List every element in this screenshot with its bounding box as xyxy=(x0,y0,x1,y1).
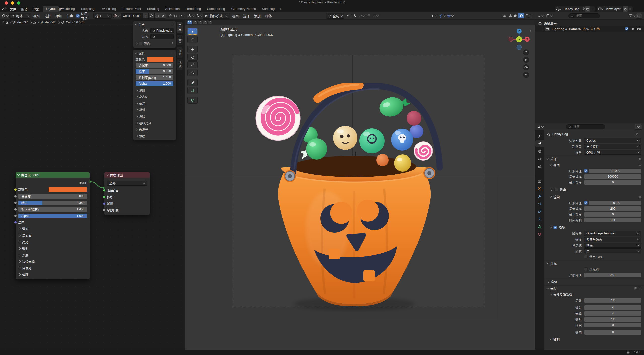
section-diffuse[interactable]: 漫射 xyxy=(18,226,87,231)
properties-editor-type[interactable] xyxy=(535,125,544,129)
orientation-dropdown[interactable]: 全局 xyxy=(326,13,344,19)
use-nodes-toggle[interactable]: 使用节点 xyxy=(76,12,89,21)
editor-type-selector[interactable] xyxy=(0,14,9,18)
denoise-panel-header[interactable]: 降噪 xyxy=(544,225,644,230)
menu-edit[interactable]: 编辑 xyxy=(19,7,30,11)
clamping-header[interactable]: 钳制 xyxy=(544,336,644,342)
socket-volume[interactable] xyxy=(103,195,106,198)
scene-collection-label[interactable]: 场景集合 xyxy=(544,21,557,26)
breadcrumb-mesh[interactable]: Cylinder.042 xyxy=(38,21,56,24)
denoise-quality-dropdown[interactable]: 高 xyxy=(584,248,641,253)
rn-max-samples-slider[interactable]: 200 xyxy=(584,206,641,211)
socket-surface[interactable] xyxy=(103,189,106,192)
outliner-search-input[interactable] xyxy=(575,14,596,18)
sampling-render-header[interactable]: 渲染 xyxy=(544,194,644,200)
rn-time-limit-slider[interactable]: 0 s xyxy=(584,218,641,223)
denoiser-dropdown[interactable]: OpenImageDenoise xyxy=(584,231,641,236)
light-paths-panel-header[interactable]: 光程 xyxy=(544,285,644,291)
node-name-field[interactable]: Principled... xyxy=(150,28,174,33)
collection-name[interactable]: Lighting & Camera xyxy=(552,27,581,31)
new-collection-button[interactable] xyxy=(636,13,642,19)
collapse-icon[interactable] xyxy=(136,42,138,45)
denoise-checkbox[interactable] xyxy=(553,226,557,229)
outliner-filter-dropdown[interactable] xyxy=(545,14,553,18)
node-label-field[interactable] xyxy=(150,34,174,39)
gizmos-dropdown[interactable] xyxy=(439,14,445,18)
tab-modifiers[interactable] xyxy=(535,193,544,200)
tool-scale[interactable] xyxy=(187,61,198,68)
fake-user-button[interactable] xyxy=(148,13,154,19)
section-transmission[interactable]: 透射 xyxy=(135,107,174,112)
menu-render[interactable]: 渲染 xyxy=(30,7,42,11)
vp-noise-threshold-slider[interactable]: 0.1000 xyxy=(589,168,641,173)
preset-list-icon[interactable] xyxy=(634,287,637,290)
delete-scene-button[interactable] xyxy=(590,6,595,12)
use-nodes-checkbox[interactable] xyxy=(76,14,80,18)
scene-name[interactable]: Candy Bag xyxy=(562,7,581,11)
tool-add-cube[interactable] xyxy=(187,97,198,104)
viewport-3d[interactable]: 物体模式 视图 选择 添加 物体 全局 xyxy=(185,12,535,350)
node-snap-dropdown[interactable] xyxy=(179,14,185,18)
browse-material-dropdown[interactable] xyxy=(113,14,120,18)
shading-wireframe-icon[interactable] xyxy=(509,14,512,18)
section-sheen[interactable]: 边缘光泽 xyxy=(18,259,87,264)
node-header[interactable]: 原理化 BSDF xyxy=(16,172,90,178)
tab-object-data[interactable] xyxy=(535,223,544,230)
tab-sculpting[interactable]: Sculpting xyxy=(78,6,97,12)
tab-material[interactable] xyxy=(535,231,544,238)
collapse-icon[interactable] xyxy=(106,173,109,176)
output-target-dropdown[interactable]: 全部 xyxy=(107,181,147,186)
context-name[interactable]: Candy Bag xyxy=(552,132,568,136)
tool-transform[interactable] xyxy=(187,69,198,76)
alpha-slider[interactable]: Alpha 1.000 xyxy=(18,213,87,218)
roughness-slider[interactable]: 糙度 0.350 xyxy=(18,200,87,205)
max-bounces-header[interactable]: 最多反弹次数 xyxy=(544,292,644,297)
preset-list-icon[interactable] xyxy=(638,163,641,167)
tab-uv-editing[interactable]: UV Editing xyxy=(97,6,119,12)
vp-noise-threshold-checkbox[interactable] xyxy=(584,169,588,173)
bounces-total-slider[interactable]: 12 xyxy=(584,298,641,303)
tab-output[interactable] xyxy=(535,148,544,154)
view-layer-name[interactable]: ViewLayer xyxy=(604,7,622,11)
tab-compositing[interactable]: Compositing xyxy=(204,6,228,12)
sidebar-tab-options[interactable]: 选项 xyxy=(177,59,183,70)
vp-menu-add[interactable]: 添加 xyxy=(252,13,263,18)
disable-render-icon[interactable] xyxy=(637,27,641,31)
editor-type-selector[interactable] xyxy=(185,14,195,18)
tab-constraints[interactable] xyxy=(535,216,544,222)
metallic-slider[interactable]: 金属度 0.000 xyxy=(18,194,87,199)
lock-view-button[interactable] xyxy=(523,72,529,78)
shading-rendered-icon[interactable] xyxy=(525,14,529,18)
socket-roughness[interactable] xyxy=(14,201,17,204)
section-specular[interactable]: 高光 xyxy=(135,101,174,106)
ior-slider[interactable]: 折射率(IOR) 1.450 xyxy=(18,207,87,212)
bounces-glossy-slider[interactable]: 4 xyxy=(584,311,641,316)
tool-rotate[interactable] xyxy=(187,54,198,61)
vp-denoise-checkbox[interactable] xyxy=(554,188,558,191)
socket-ior[interactable] xyxy=(14,208,17,211)
bounces-diffuse-slider[interactable]: 4 xyxy=(584,305,641,310)
collection-row[interactable]: Lighting & Camera 40 5 xyxy=(535,26,644,32)
tool-select-box[interactable] xyxy=(187,28,198,35)
vp-min-samples-slider[interactable]: 0 xyxy=(584,180,641,185)
scene-collection-row[interactable]: 场景集合 xyxy=(535,21,644,26)
sampling-panel-header[interactable]: 采样 xyxy=(544,156,644,162)
light-threshold-slider[interactable]: 0.01 xyxy=(584,272,641,278)
falloff-dropdown[interactable] xyxy=(372,14,378,18)
select-mode-set[interactable] xyxy=(187,20,192,24)
section-thin-film[interactable]: 薄膜 xyxy=(135,133,174,138)
mode-transfer-dropdown[interactable] xyxy=(195,14,203,18)
tool-measure[interactable] xyxy=(187,87,198,94)
use-gpu-checkbox[interactable] xyxy=(584,255,588,258)
sidebar-tab-view[interactable]: 视图 xyxy=(177,47,183,58)
section-diffuse[interactable]: 漫射 xyxy=(135,88,174,93)
pin-icon[interactable] xyxy=(635,132,638,136)
rn-min-samples-slider[interactable]: 0 xyxy=(584,212,641,217)
lights-panel-header[interactable]: 灯光 xyxy=(544,260,644,266)
vp-max-samples-slider[interactable]: 100000 xyxy=(584,174,641,179)
pin-icon[interactable] xyxy=(168,14,172,18)
drag-handle-icon[interactable] xyxy=(639,287,641,289)
tab-render[interactable] xyxy=(535,140,544,147)
socket-base-color[interactable] xyxy=(14,188,17,191)
bounces-transmission-slider[interactable]: 12 xyxy=(584,317,641,322)
